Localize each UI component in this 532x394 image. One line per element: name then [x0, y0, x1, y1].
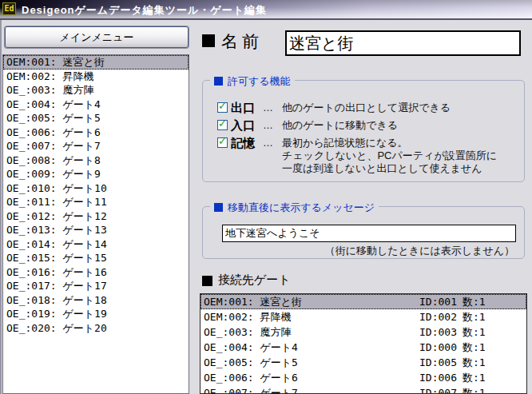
- gate-list-item[interactable]: OE_:018: ゲート18: [3, 293, 189, 308]
- permission-label: 出口: [231, 101, 263, 114]
- connection-count: 数:1: [463, 385, 526, 394]
- gate-list-item[interactable]: OE_:016: ゲート16: [3, 265, 189, 280]
- check-icon: ✓: [218, 136, 227, 146]
- gate-list-item[interactable]: OE_:009: ゲート9: [3, 167, 189, 181]
- app-icon: Ed: [2, 2, 16, 15]
- connection-id: ID:006: [419, 370, 463, 385]
- blue-square-bullet-icon: [214, 203, 223, 212]
- permission-row: ✓出口…他のゲートの出口として選択できる: [217, 101, 524, 119]
- connection-name: OE_:006: ゲート6: [200, 370, 419, 385]
- connection-name: OE_:005: ゲート5: [200, 355, 419, 370]
- connection-name: OEM:001: 迷宮と街: [200, 294, 419, 309]
- connection-count: 数:1: [463, 324, 526, 340]
- connection-count: 数:1: [463, 370, 526, 385]
- connection-id: ID:005: [419, 355, 463, 370]
- connection-count: 数:1: [463, 355, 526, 370]
- connection-count: 数:1: [463, 294, 526, 309]
- connection-row[interactable]: OEM:001: 迷宮と街ID:001数:1: [200, 294, 526, 309]
- window-title: Desigeonゲームデータ編集ツール・ゲート編集: [22, 3, 267, 18]
- gate-list-item[interactable]: OE_:007: ゲート7: [3, 139, 189, 153]
- gate-list-item[interactable]: OE_:010: ゲート10: [3, 181, 189, 196]
- permission-row: ✓記憶…最初から記憶状態になる。チェックしないと、PCパーティが設置箇所に一度は…: [217, 137, 524, 175]
- connections-listbox[interactable]: OEM:001: 迷宮と街ID:001数:1OEM:002: 昇降機ID:002…: [200, 293, 527, 394]
- permission-row: ✓入口…他のゲートに移動できる: [217, 119, 524, 137]
- permissions-group-title-text: 許可する機能: [228, 75, 291, 87]
- permission-label: 入口: [231, 119, 263, 132]
- permission-separator: …: [263, 101, 282, 114]
- connection-name: OE_:007: ゲート7: [200, 385, 419, 394]
- gate-list-item[interactable]: OE_:012: ゲート12: [3, 209, 189, 224]
- gate-listbox[interactable]: OEM:001: 迷宮と街OEM:002: 昇降機OE_:003: 魔方陣OE_…: [2, 54, 189, 394]
- gate-list-item[interactable]: OE_:008: ゲート8: [3, 153, 189, 168]
- gate-edit-panel: 名前 許可する機能 ✓出口…他のゲートの出口として選択できる✓入口…他のゲートに…: [200, 20, 532, 394]
- permission-label: 記憶: [231, 137, 263, 149]
- gate-list-item[interactable]: OE_:013: ゲート13: [3, 223, 189, 237]
- main-menu-button[interactable]: メインメニュー: [5, 26, 189, 48]
- message-group-title-text: 移動直後に表示するメッセージ: [228, 201, 375, 213]
- permissions-group-title: 許可する機能: [210, 74, 295, 89]
- check-icon: ✓: [218, 118, 227, 129]
- connections-section-bullet-icon: [202, 276, 212, 286]
- arrival-message-input[interactable]: [222, 225, 516, 242]
- connection-id: ID:001: [419, 294, 463, 309]
- gate-name-input[interactable]: [285, 30, 521, 56]
- entrance-checkbox[interactable]: ✓: [217, 120, 228, 130]
- connection-name: OE_:004: ゲート4: [200, 340, 419, 355]
- gate-list-item[interactable]: OE_:019: ゲート19: [3, 307, 189, 321]
- permission-separator: …: [263, 119, 282, 132]
- permission-description: 最初から記憶状態になる。チェックしないと、PCパーティが設置箇所に一度は到達しな…: [282, 137, 497, 175]
- connection-count: 数:1: [463, 340, 526, 355]
- gate-list-item[interactable]: OE_:020: ゲート20: [3, 321, 189, 336]
- gate-list-item[interactable]: OE_:017: ゲート17: [3, 279, 189, 293]
- connection-row[interactable]: OE_:004: ゲート4ID:000数:1: [200, 340, 526, 355]
- connection-id: ID:003: [419, 324, 463, 340]
- check-icon: ✓: [218, 101, 227, 111]
- connection-name: OE_:003: 魔方陣: [200, 324, 419, 340]
- connection-row[interactable]: OE_:006: ゲート6ID:006数:1: [200, 370, 526, 385]
- permission-separator: …: [263, 137, 282, 149]
- gate-list-item[interactable]: OEM:002: 昇降機: [3, 70, 189, 84]
- connection-row[interactable]: OE_:003: 魔方陣ID:003数:1: [200, 324, 526, 340]
- message-note: （街に移動したときには表示しません）: [222, 244, 514, 258]
- gate-list-item[interactable]: OE_:004: ゲート4: [3, 98, 189, 112]
- connections-section-title: 接続先ゲート: [218, 273, 291, 288]
- connection-name: OEM:002: 昇降機: [200, 309, 419, 324]
- connection-row[interactable]: OEM:002: 昇降機ID:002数:1: [200, 309, 526, 324]
- permissions-rows: ✓出口…他のゲートの出口として選択できる✓入口…他のゲートに移動できる✓記憶…最…: [203, 81, 524, 175]
- memory-checkbox[interactable]: ✓: [217, 137, 228, 148]
- connection-id: ID:007: [419, 385, 463, 394]
- connection-count: 数:1: [463, 309, 526, 324]
- gate-list-item[interactable]: OE_:006: ゲート6: [3, 125, 189, 140]
- connection-id: ID:002: [419, 309, 463, 324]
- exit-checkbox[interactable]: ✓: [217, 102, 228, 113]
- connection-row[interactable]: OE_:007: ゲート7ID:007数:1: [200, 385, 526, 394]
- window-frame-left: [0, 20, 2, 394]
- gate-list-item[interactable]: OEM:001: 迷宮と街: [3, 55, 189, 70]
- gate-list-item[interactable]: OE_:015: ゲート15: [3, 251, 189, 265]
- name-section-bullet-icon: [202, 34, 215, 47]
- name-label: 名前: [221, 30, 263, 53]
- message-groupbox: 移動直後に表示するメッセージ （街に移動したときには表示しません）: [202, 206, 525, 259]
- blue-square-bullet-icon: [214, 77, 223, 86]
- connection-row[interactable]: OE_:005: ゲート5ID:005数:1: [200, 355, 526, 370]
- gate-list-item[interactable]: OE_:003: 魔方陣: [3, 83, 189, 98]
- title-bar: Ed Desigeonゲームデータ編集ツール・ゲート編集: [0, 0, 532, 20]
- gate-list-item[interactable]: OE_:011: ゲート11: [3, 195, 189, 209]
- gate-list-item[interactable]: OE_:014: ゲート14: [3, 237, 189, 252]
- message-group-title: 移動直後に表示するメッセージ: [210, 201, 379, 215]
- permission-description: 他のゲートの出口として選択できる: [282, 101, 451, 114]
- connection-id: ID:000: [419, 340, 463, 355]
- permissions-groupbox: 許可する機能 ✓出口…他のゲートの出口として選択できる✓入口…他のゲートに移動で…: [202, 80, 525, 182]
- gate-list-item[interactable]: OE_:005: ゲート5: [3, 111, 189, 125]
- permission-description: 他のゲートに移動できる: [282, 119, 398, 132]
